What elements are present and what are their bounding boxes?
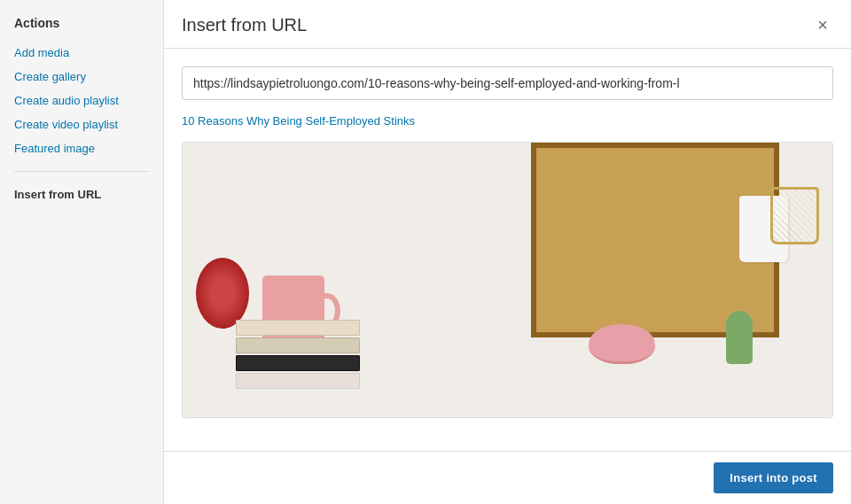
book-decoration [236,337,360,353]
modal-main: Insert from URL × 10 Reasons Why Being S… [164,0,851,504]
sidebar-item-create-video-playlist[interactable]: Create video playlist [0,112,163,136]
url-input[interactable] [182,66,833,100]
modal-header: Insert from URL × [164,0,851,49]
sidebar-divider [14,171,149,172]
book-decoration [236,373,360,389]
modal-footer: Insert into post [164,451,851,504]
preview-container [182,142,833,418]
insert-into-post-button[interactable]: Insert into post [714,462,833,493]
preview-image [183,143,832,417]
bowl-decoration [589,324,655,364]
close-button[interactable]: × [812,14,833,35]
sidebar-insert-url-label: Insert from URL [0,182,163,206]
wire-basket-decoration [770,187,819,244]
sidebar-item-create-gallery[interactable]: Create gallery [0,65,163,89]
book-decoration [236,320,360,336]
sidebar-item-featured-image[interactable]: Featured image [0,136,163,160]
url-link[interactable]: 10 Reasons Why Being Self-Employed Stink… [182,114,415,128]
roses-decoration [196,258,249,329]
sidebar-item-create-audio-playlist[interactable]: Create audio playlist [0,89,163,112]
sidebar-nav: Add media Create gallery Create audio pl… [0,41,163,160]
sidebar-item-add-media[interactable]: Add media [0,41,163,65]
modal-title: Insert from URL [182,15,307,35]
sidebar: Actions Add media Create gallery Create … [0,0,164,504]
cactus-decoration [726,311,753,364]
modal-body: 10 Reasons Why Being Self-Employed Stink… [164,49,851,451]
scene [183,143,832,417]
book-decoration [236,355,360,371]
sidebar-section-title: Actions [0,0,163,41]
book-stack-decoration [236,320,360,391]
